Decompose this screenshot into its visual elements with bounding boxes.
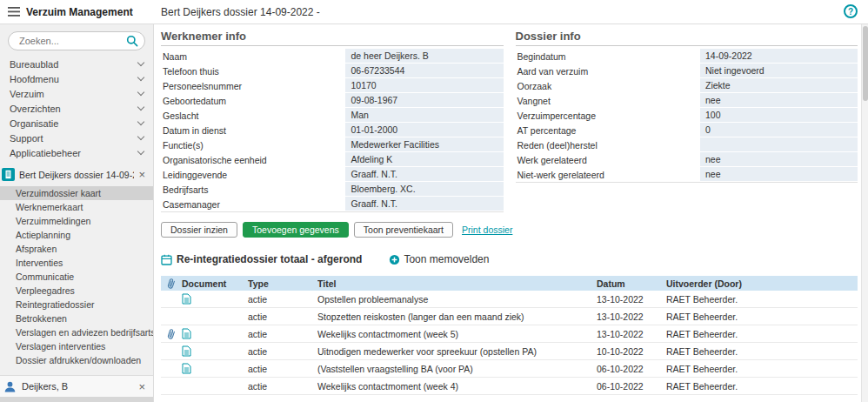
info-value: 100: [700, 108, 858, 123]
info-value: 09-08-1967: [345, 93, 503, 108]
cell-titel: Wekelijks contactmoment (week 4): [317, 381, 597, 392]
section-title: Re-integratiedossier totaal - afgerond: [177, 253, 362, 265]
sidebar-item-verzuim[interactable]: Verzuim: [0, 86, 153, 101]
dossier-item-verslagen-bedrijfsarts[interactable]: Verslagen en adviezen bedrijfsarts: [0, 325, 153, 339]
toon-memovelden-toggle[interactable]: Toon memovelden: [389, 253, 489, 265]
reintegratie-table: Document Type Titel Datum Uitvoerder (Do…: [161, 276, 858, 395]
info-row: Werk gerelateerdnee: [516, 152, 858, 167]
info-row: OorzaakZiekte: [516, 78, 858, 93]
info-value: nee: [700, 93, 858, 108]
info-label: Aard van verzuim: [516, 64, 700, 78]
vertical-scrollbar[interactable]: [861, 24, 868, 402]
cell-uitvoerder: RAET Beheerder.: [666, 346, 858, 357]
table-row[interactable]: actie Uitnodigen medewerker voor spreeku…: [161, 343, 858, 360]
dossier-item-dossier-afdrukken[interactable]: Dossier afdrukken/downloaden: [0, 353, 153, 367]
page-title: Bert Deijkers dossier 14-09-2022 -: [154, 6, 320, 18]
info-label: Niet-werk gerelateerd: [516, 167, 700, 182]
chevron-down-icon: [137, 118, 144, 125]
search-input[interactable]: [17, 35, 126, 47]
paperclip-icon[interactable]: [160, 325, 182, 342]
open-dossier-header[interactable]: Bert Deijkers dossier 14-09-2022 ×: [0, 165, 153, 184]
table-row[interactable]: actie Wekelijks contactmoment (week 4) 0…: [161, 378, 858, 395]
dossier-info-rows: Begindatum14-09-2022 Aard van verzuimNie…: [516, 49, 858, 183]
info-value: 06-67233544: [345, 64, 503, 78]
info-label: Geslacht: [161, 108, 345, 123]
cell-type: actie: [248, 381, 317, 392]
cell-uitvoerder: RAET Beheerder.: [666, 312, 858, 322]
table-row[interactable]: actie Opstellen probleemanalyse 13-10-20…: [161, 291, 858, 308]
dossier-item-verpleegadres[interactable]: Verpleegadres: [0, 284, 153, 298]
info-value: 14-09-2022: [700, 49, 858, 64]
dossier-item-actieplanning[interactable]: Actieplanning: [0, 228, 153, 242]
dossier-item-communicatie[interactable]: Communicatie: [0, 270, 153, 284]
user-row[interactable]: Deijkers, B ×: [0, 375, 153, 397]
info-row: GeslachtMan: [161, 108, 504, 123]
close-icon[interactable]: ×: [138, 381, 145, 392]
sidebar-item-bureaublad[interactable]: Bureaublad: [0, 57, 153, 71]
info-value: Man: [345, 108, 503, 123]
sidebar-item-organisatie[interactable]: Organisatie: [0, 116, 153, 131]
dossier-item-reintegratiedossier[interactable]: Reintegratiedossier: [0, 298, 153, 312]
dossier-item-afspraken[interactable]: Afspraken: [0, 242, 153, 256]
cell-titel: Wekelijks contactmoment (week 5): [317, 329, 597, 339]
hamburger-menu-icon[interactable]: [8, 7, 20, 17]
cell-datum: 13-10-2022: [597, 312, 666, 322]
sidebar-item-overzichten[interactable]: Overzichten: [0, 101, 153, 116]
info-row: AT percentage0: [516, 123, 858, 137]
info-row: Reden (deel)herstel: [516, 137, 858, 152]
topbar: Verzuim Management Bert Deijkers dossier…: [0, 0, 868, 24]
sidebar-spacer: [0, 367, 153, 375]
help-icon[interactable]: ?: [844, 4, 858, 18]
info-label: Leidinggevende: [161, 167, 345, 182]
close-icon[interactable]: ×: [138, 169, 145, 180]
table-row[interactable]: actie Stopzetten reiskosten (langer dan …: [161, 308, 858, 325]
toevoegen-gegevens-button[interactable]: Toevoegen gegevens: [243, 222, 349, 238]
dossier-item-verzuimmeldingen[interactable]: Verzuimmeldingen: [0, 214, 153, 228]
info-row: Vangnetnee: [516, 93, 858, 108]
table-row[interactable]: actie (Vaststellen vraagstelling BA (voo…: [161, 360, 858, 378]
info-value: Niet ingevoerd: [700, 64, 858, 78]
document-icon[interactable]: [182, 328, 191, 339]
reintegratie-section-header: Re-integratiedossier totaal - afgerond T…: [161, 253, 858, 265]
sidebar-item-label: Verzuim: [10, 89, 44, 99]
table-row[interactable]: actie Wekelijks contactmoment (week 5) 1…: [161, 325, 858, 343]
toon-preventiekaart-button[interactable]: Toon preventiekaart: [354, 222, 453, 238]
sidebar-item-applicatiebeheer[interactable]: Applicatiebeheer: [0, 145, 153, 160]
info-label: Telefoon thuis: [161, 64, 345, 78]
sidebar: Bureaublad Hoofdmenu Verzuim Overzichten…: [0, 24, 154, 402]
dossier-item-betrokkenen[interactable]: Betrokkenen: [0, 312, 153, 325]
dossier-item-interventies[interactable]: Interventies: [0, 256, 153, 270]
info-row: Begindatum14-09-2022: [516, 49, 858, 64]
dossier-item-verzuimdossier-kaart[interactable]: Verzuimdossier kaart: [0, 186, 153, 200]
info-row: LeidinggevendeGraaff. N.T.: [161, 167, 504, 182]
col-header-type: Type: [248, 278, 317, 289]
info-label: Datum in dienst: [161, 123, 345, 137]
document-icon[interactable]: [182, 345, 191, 357]
info-label: Reden (deel)herstel: [516, 137, 700, 152]
paperclip-icon: [160, 275, 182, 291]
table-header-row: Document Type Titel Datum Uitvoerder (Do…: [161, 276, 858, 291]
document-icon[interactable]: [182, 363, 191, 374]
sidebar-item-label: Hoofdmenu: [10, 74, 59, 84]
scrollbar-thumb[interactable]: [863, 26, 868, 101]
col-header-datum: Datum: [597, 278, 666, 289]
dossier-item-verslagen-interventies[interactable]: Verslagen interventies: [0, 339, 153, 353]
info-label: Verzuimpercentage: [516, 108, 700, 123]
print-dossier-link[interactable]: Print dossier: [462, 224, 512, 235]
document-icon[interactable]: [182, 293, 191, 305]
search-icon[interactable]: [126, 35, 138, 47]
info-row: Naamde heer Deijkers. B: [161, 49, 504, 64]
cell-uitvoerder: RAET Beheerder.: [666, 294, 858, 305]
sidebar-item-hoofdmenu[interactable]: Hoofdmenu: [0, 71, 153, 86]
info-row: Organisatorische eenheidAfdeling K: [161, 152, 504, 167]
cell-titel: Uitnodigen medewerker voor spreekuur (op…: [317, 346, 597, 357]
sidebar-item-label: Support: [10, 133, 43, 144]
memo-label: Toon memovelden: [404, 253, 489, 265]
dossier-nav-list: Verzuimdossier kaart Werknemerkaart Verz…: [0, 186, 153, 367]
info-label: Functie(s): [161, 137, 345, 152]
dossier-inzien-button[interactable]: Dossier inzien: [161, 222, 237, 238]
cell-datum: 06-10-2022: [597, 381, 666, 392]
sidebar-item-support[interactable]: Support: [0, 131, 153, 145]
info-columns: Werknemer info Naamde heer Deijkers. B T…: [161, 28, 858, 212]
dossier-item-werknemerkaart[interactable]: Werknemerkaart: [0, 200, 153, 214]
